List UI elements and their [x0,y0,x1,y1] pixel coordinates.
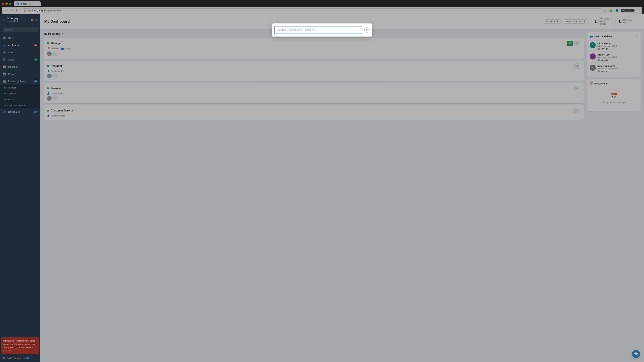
search-modal-input[interactable] [274,26,362,34]
search-modal-overlay[interactable]: × [0,0,644,362]
search-modal: × [272,23,372,36]
search-modal-close-button[interactable]: × [364,27,370,33]
